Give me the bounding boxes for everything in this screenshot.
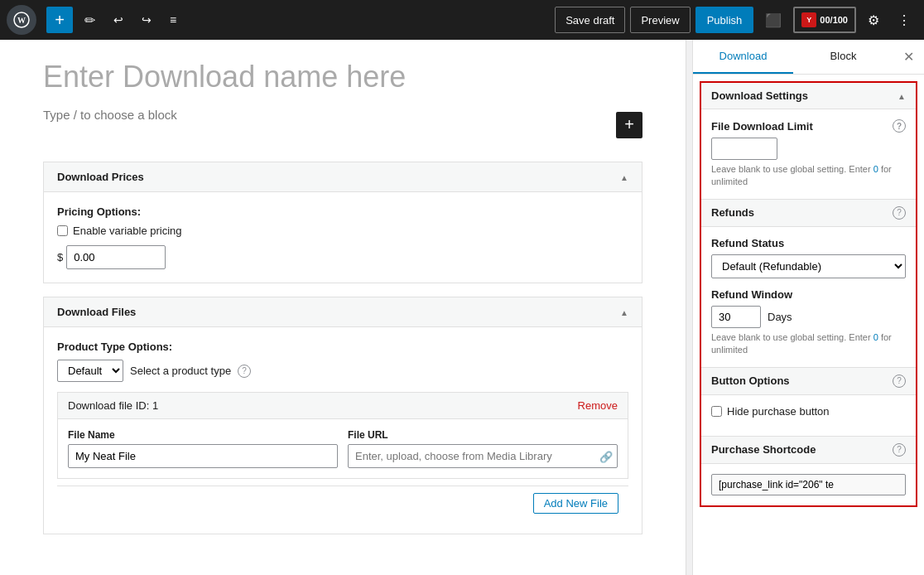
product-type-select[interactable]: Default — [57, 360, 123, 382]
file-download-label: File Download Limit ? — [711, 119, 906, 133]
button-options-body: Hide purchase button — [701, 395, 916, 436]
list-view-button[interactable]: ≡ — [163, 7, 183, 33]
hide-purchase-label: Hide purchase button — [727, 405, 830, 418]
block-placeholder[interactable]: Type / to choose a block — [43, 108, 177, 122]
file-download-limit-input[interactable] — [711, 138, 777, 160]
refunds-body: Refund Status Default (Refundable) Refun… — [701, 227, 916, 367]
purchase-shortcode-input[interactable] — [711, 474, 906, 495]
file-download-help-icon[interactable]: ? — [893, 119, 906, 133]
download-file-box: Download file ID: 1 Remove File Name Fil… — [57, 392, 628, 479]
remove-file-link[interactable]: Remove — [578, 399, 618, 412]
variable-pricing-label: Enable variable pricing — [73, 225, 182, 237]
file-url-input[interactable] — [348, 444, 618, 468]
refund-window-input-row: Days — [711, 306, 906, 328]
refund-window-hint-link[interactable]: 0 — [873, 332, 878, 342]
wp-logo[interactable]: W — [7, 5, 36, 35]
add-file-row: Add New File — [57, 486, 628, 520]
panel-close-button[interactable]: ✕ — [893, 42, 924, 71]
panel-body: Download Settings File Download Limit ? … — [693, 75, 924, 575]
file-download-section: File Download Limit ? Leave blank to use… — [701, 109, 916, 200]
download-prices-header[interactable]: Download Prices — [44, 162, 642, 192]
download-settings-toggle-icon — [898, 89, 906, 102]
refunds-title: Refunds — [711, 206, 754, 219]
editor-scrollbar[interactable] — [686, 40, 692, 575]
refunds-help-icon[interactable]: ? — [893, 206, 906, 220]
purchase-shortcode-help-icon[interactable]: ? — [893, 443, 906, 457]
add-block-float-button[interactable]: + — [616, 112, 642, 138]
download-settings-title: Download Settings — [711, 89, 808, 102]
pricing-options-label: Pricing Options: — [57, 205, 628, 218]
download-file-id-label: Download file ID: 1 — [68, 399, 158, 412]
post-title[interactable]: Enter Download name here — [43, 60, 642, 94]
toolbar: W + ✏ ↩ ↪ ≡ Save draft Preview Publish ⬛… — [0, 0, 924, 40]
refund-status-label: Refund Status — [711, 237, 906, 249]
refunds-section: Refunds ? Refund Status Default (Refunda… — [701, 200, 916, 368]
refund-window-input[interactable] — [711, 306, 761, 328]
file-url-label: File URL — [348, 429, 618, 441]
download-settings-header[interactable]: Download Settings — [701, 83, 916, 109]
download-prices-title: Download Prices — [57, 171, 144, 183]
seo-icon: Y — [801, 12, 816, 27]
panel-tabs-row: Download Block ✕ — [693, 40, 924, 75]
seo-score: 00/100 — [820, 15, 848, 25]
purchase-shortcode-body — [701, 464, 916, 505]
download-prices-section: Download Prices Pricing Options: Enable … — [43, 162, 642, 283]
main-layout: Enter Download name here Type / to choos… — [0, 40, 924, 575]
editor-area: Enter Download name here Type / to choos… — [0, 40, 686, 575]
variable-pricing-checkbox[interactable] — [57, 225, 68, 236]
publish-button[interactable]: Publish — [695, 7, 754, 33]
file-fields: File Name File URL 🔗 — [58, 419, 628, 478]
download-file-header: Download file ID: 1 Remove — [58, 393, 628, 419]
refunds-header[interactable]: Refunds ? — [701, 200, 916, 227]
product-type-label: Product Type Options: — [57, 341, 628, 353]
settings-button[interactable]: ⚙ — [861, 7, 886, 33]
download-files-header[interactable]: Download Files — [44, 297, 642, 327]
undo-button[interactable]: ↩ — [107, 7, 130, 33]
save-draft-button[interactable]: Save draft — [555, 7, 625, 33]
button-options-help-icon[interactable]: ? — [893, 374, 906, 388]
button-options-header[interactable]: Button Options ? — [701, 368, 916, 395]
purchase-shortcode-header[interactable]: Purchase Shortcode ? — [701, 437, 916, 464]
refund-status-select[interactable]: Default (Refundable) Refundable Non-Refu… — [711, 254, 906, 278]
file-name-input[interactable] — [68, 444, 338, 468]
currency-symbol: $ — [57, 251, 63, 263]
seo-badge: Y 00/100 — [793, 7, 856, 33]
file-name-field: File Name — [68, 429, 338, 468]
download-prices-body: Pricing Options: Enable variable pricing… — [44, 192, 642, 283]
refund-window-unit: Days — [768, 311, 792, 323]
tab-block[interactable]: Block — [793, 40, 893, 74]
hide-purchase-row: Hide purchase button — [711, 405, 906, 418]
file-download-hint: Leave blank to use global setting. Enter… — [711, 163, 906, 189]
add-block-button[interactable]: + — [46, 7, 73, 33]
product-type-help-icon[interactable]: ? — [238, 365, 251, 378]
select-product-type-label: Select a product type — [130, 365, 231, 377]
file-download-hint-link[interactable]: 0 — [873, 164, 878, 174]
download-files-toggle-icon — [620, 306, 628, 318]
file-url-wrap: 🔗 — [348, 444, 618, 468]
link-icon: 🔗 — [599, 450, 613, 462]
download-prices-toggle-icon — [620, 171, 628, 183]
redo-button[interactable]: ↪ — [135, 7, 158, 33]
download-settings-wrapper: Download Settings File Download Limit ? … — [700, 81, 917, 507]
file-name-label: File Name — [68, 429, 338, 441]
refund-window-label: Refund Window — [711, 288, 906, 301]
svg-text:W: W — [17, 16, 26, 25]
tab-download[interactable]: Download — [693, 40, 793, 74]
toggle-sidebar-button[interactable]: ⬛ — [758, 7, 788, 33]
preview-button[interactable]: Preview — [630, 7, 690, 33]
hide-purchase-checkbox[interactable] — [711, 406, 722, 417]
download-files-title: Download Files — [57, 306, 136, 318]
refund-window-row: Refund Window Days Leave blank to use gl… — [711, 288, 906, 357]
download-files-section: Download Files Product Type Options: Def… — [43, 297, 642, 534]
button-options-title: Button Options — [711, 374, 790, 387]
more-options-button[interactable]: ⋮ — [891, 7, 917, 33]
price-input[interactable] — [66, 245, 166, 269]
right-panel: Download Block ✕ Download Settings File … — [692, 40, 924, 575]
download-files-body: Product Type Options: Default Select a p… — [44, 327, 642, 534]
file-url-field: File URL 🔗 — [348, 429, 618, 468]
product-type-row: Default Select a product type ? — [57, 360, 628, 382]
refund-window-hint: Leave blank to use global setting. Enter… — [711, 331, 906, 357]
add-new-file-button[interactable]: Add New File — [533, 493, 618, 514]
purchase-shortcode-section: Purchase Shortcode ? — [701, 437, 916, 505]
tools-button[interactable]: ✏ — [78, 7, 102, 33]
